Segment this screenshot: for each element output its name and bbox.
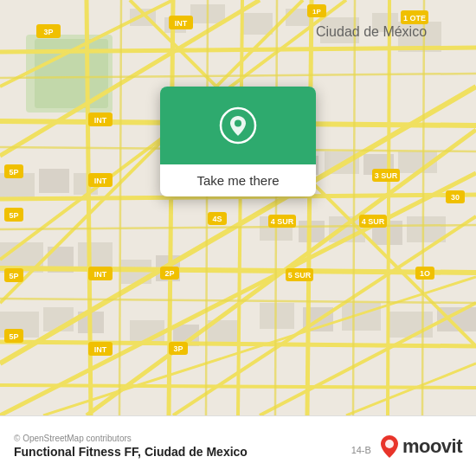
svg-rect-16: [78, 242, 113, 270]
location-pin-icon: [219, 106, 257, 145]
svg-text:1P: 1P: [312, 8, 321, 16]
svg-text:1O: 1O: [420, 269, 430, 278]
page-number: 14-B: [351, 445, 371, 455]
moovit-logo: moovit: [380, 434, 462, 459]
svg-text:INT: INT: [94, 270, 107, 279]
svg-text:3P: 3P: [173, 344, 183, 353]
svg-text:4S: 4S: [212, 215, 222, 223]
moovit-text: moovit: [402, 435, 462, 458]
svg-rect-25: [260, 303, 294, 329]
svg-point-116: [235, 120, 241, 127]
svg-text:3 SUR: 3 SUR: [375, 171, 398, 180]
svg-text:4 SUR: 4 SUR: [271, 217, 294, 226]
svg-text:30: 30: [451, 193, 460, 202]
svg-rect-6: [242, 13, 273, 35]
svg-line-50: [388, 0, 389, 415]
osm-credit: © OpenStreetMap contributors: [14, 434, 248, 443]
svg-point-117: [385, 440, 394, 448]
popup-card[interactable]: Take me there: [160, 87, 316, 196]
popup-green-area: [160, 87, 316, 164]
svg-text:INT: INT: [94, 116, 107, 125]
svg-rect-31: [299, 221, 325, 242]
moovit-pin-icon: [380, 434, 399, 459]
svg-text:5 SUR: 5 SUR: [288, 271, 312, 280]
map-background: 3P INT 1P 1 OTE INT INT 5P 5P 4S 4 SUR 4…: [0, 0, 476, 415]
svg-text:2P: 2P: [164, 269, 174, 278]
svg-text:INT: INT: [94, 177, 107, 185]
svg-text:Ciudad de México: Ciudad de México: [316, 24, 427, 39]
svg-text:5P: 5P: [9, 211, 18, 220]
svg-text:5P: 5P: [9, 168, 18, 177]
svg-rect-12: [39, 169, 69, 193]
svg-text:5P: 5P: [9, 332, 18, 341]
place-name: Functional Fitness FF, Ciudad de Mexico: [14, 445, 248, 459]
svg-text:4 SUR: 4 SUR: [362, 217, 385, 226]
svg-rect-28: [389, 312, 433, 338]
svg-text:3P: 3P: [43, 28, 53, 36]
bottom-left: © OpenStreetMap contributors Functional …: [14, 434, 248, 459]
svg-text:INT: INT: [175, 19, 188, 28]
popup-label[interactable]: Take me there: [183, 164, 293, 196]
map-container: 3P INT 1P 1 OTE INT INT 5P 5P 4S 4 SUR 4…: [0, 0, 476, 415]
svg-text:5P: 5P: [9, 272, 18, 280]
svg-text:1 OTE: 1 OTE: [403, 14, 426, 23]
bottom-bar: © OpenStreetMap contributors Functional …: [0, 415, 476, 476]
svg-text:INT: INT: [94, 345, 107, 354]
